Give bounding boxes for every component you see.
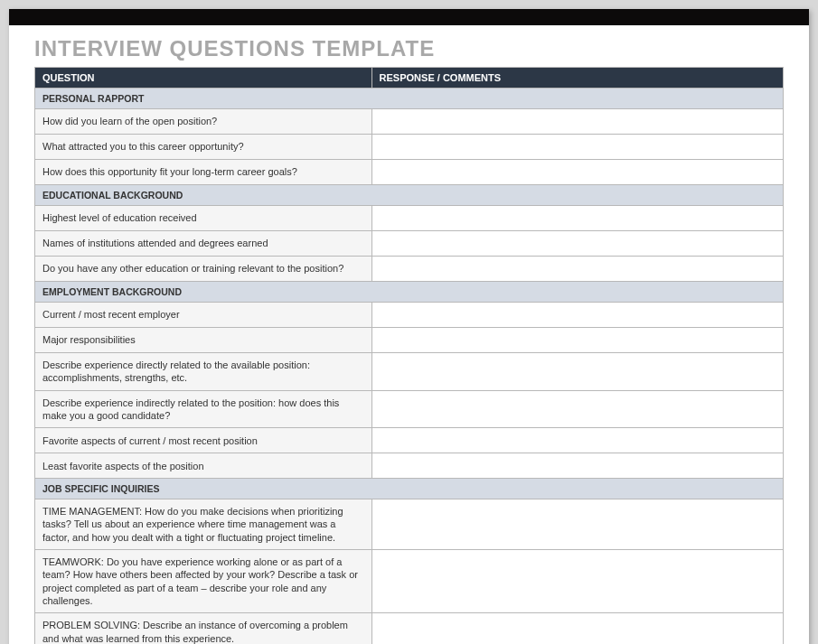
section-header: PERSONAL RAPPORT (35, 89, 784, 109)
response-cell[interactable] (371, 390, 783, 428)
response-cell[interactable] (371, 453, 783, 479)
response-cell[interactable] (371, 109, 783, 135)
question-cell: Major responsibilities (35, 328, 372, 353)
response-cell[interactable] (371, 206, 783, 231)
question-cell: Highest level of education received (35, 206, 372, 231)
interview-table: QUESTION RESPONSE / COMMENTS PERSONAL RA… (34, 67, 784, 644)
col-response-header: RESPONSE / COMMENTS (371, 68, 783, 89)
document-page: INTERVIEW QUESTIONS TEMPLATE QUESTION RE… (9, 9, 809, 644)
table-row: PROBLEM SOLVING: Describe an instance of… (35, 613, 784, 644)
question-cell: Describe experience directly related to … (35, 353, 372, 391)
table-row: Highest level of education received (35, 206, 784, 231)
section-header: JOB SPECIFIC INQUIRIES (35, 479, 784, 499)
table-row: Favorite aspects of current / most recen… (35, 428, 784, 453)
response-cell[interactable] (371, 231, 783, 257)
response-cell[interactable] (371, 613, 783, 644)
response-cell[interactable] (371, 135, 783, 160)
question-cell: What attracted you to this career opport… (35, 135, 372, 160)
table-row: Major responsibilities (35, 328, 784, 353)
question-cell: Names of institutions attended and degre… (35, 231, 372, 257)
table-row: TEAMWORK: Do you have experience working… (35, 550, 784, 613)
table-row: Do you have any other education or train… (35, 257, 784, 282)
content-area: INTERVIEW QUESTIONS TEMPLATE QUESTION RE… (9, 25, 809, 644)
question-cell: Favorite aspects of current / most recen… (35, 428, 372, 453)
section-row: EDUCATIONAL BACKGROUND (35, 185, 784, 206)
section-row: JOB SPECIFIC INQUIRIES (35, 479, 784, 499)
response-cell[interactable] (371, 353, 783, 391)
page-title: INTERVIEW QUESTIONS TEMPLATE (34, 36, 784, 67)
question-cell: Describe experience indirectly related t… (35, 390, 372, 428)
response-cell[interactable] (371, 257, 783, 282)
table-row: Names of institutions attended and degre… (35, 231, 784, 257)
col-question-header: QUESTION (35, 68, 372, 89)
response-cell[interactable] (371, 303, 783, 328)
table-row: TIME MANAGEMENT: How do you make decisio… (35, 499, 784, 550)
table-row: How did you learn of the open position? (35, 109, 784, 135)
question-cell: PROBLEM SOLVING: Describe an instance of… (35, 613, 372, 644)
header-row: QUESTION RESPONSE / COMMENTS (35, 68, 784, 89)
question-cell: How did you learn of the open position? (35, 109, 372, 135)
question-cell: How does this opportunity fit your long-… (35, 160, 372, 185)
table-row: Current / most recent employer (35, 303, 784, 328)
question-cell: Least favorite aspects of the position (35, 453, 372, 479)
section-row: PERSONAL RAPPORT (35, 89, 784, 109)
table-row: Describe experience directly related to … (35, 353, 784, 391)
response-cell[interactable] (371, 499, 783, 550)
question-cell: Do you have any other education or train… (35, 257, 372, 282)
table-row: What attracted you to this career opport… (35, 135, 784, 160)
section-row: EMPLOYMENT BACKGROUND (35, 282, 784, 303)
question-cell: TEAMWORK: Do you have experience working… (35, 550, 372, 613)
table-row: How does this opportunity fit your long-… (35, 160, 784, 185)
question-cell: TIME MANAGEMENT: How do you make decisio… (35, 499, 372, 550)
response-cell[interactable] (371, 550, 783, 613)
response-cell[interactable] (371, 160, 783, 185)
response-cell[interactable] (371, 428, 783, 453)
section-header: EMPLOYMENT BACKGROUND (35, 282, 784, 303)
response-cell[interactable] (371, 328, 783, 353)
table-row: Least favorite aspects of the position (35, 453, 784, 479)
top-bar (9, 9, 809, 25)
table-row: Describe experience indirectly related t… (35, 390, 784, 428)
section-header: EDUCATIONAL BACKGROUND (35, 185, 784, 206)
question-cell: Current / most recent employer (35, 303, 372, 328)
